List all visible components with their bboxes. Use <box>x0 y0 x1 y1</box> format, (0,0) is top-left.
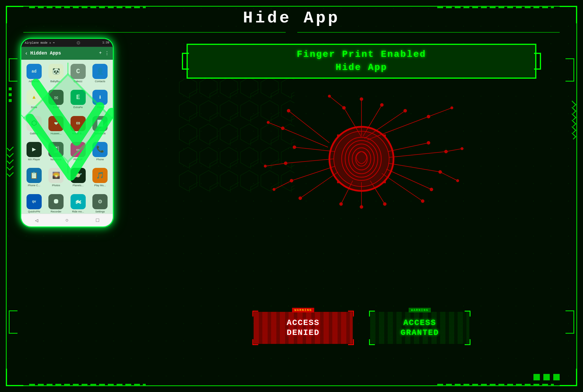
svg-point-43 <box>360 205 363 208</box>
app-label: Email <box>53 106 59 109</box>
svg-point-55 <box>267 121 269 124</box>
right-bracket-bottom <box>566 310 574 334</box>
denied-corner-tr <box>348 311 354 317</box>
home-nav-btn[interactable]: ○ <box>66 217 69 223</box>
svg-line-18 <box>289 111 329 143</box>
app-icon: ⏺ <box>48 194 64 209</box>
denied-corner-br <box>348 339 354 345</box>
recent-nav-btn[interactable]: □ <box>96 217 99 223</box>
phone-status-bar: Airplane mode ✈ ➜ 1:39 <box>21 39 113 47</box>
back-nav-btn[interactable]: ◁ <box>35 217 38 224</box>
app-item[interactable]: 📓 Notebook <box>46 140 67 165</box>
app-item[interactable]: 📞 Phone <box>90 140 111 165</box>
app-icon: 🎵 <box>92 168 108 183</box>
app-label: Kotak B... <box>72 132 84 135</box>
svg-point-49 <box>451 107 453 109</box>
app-label: Ride mo... <box>72 210 84 213</box>
access-denied-container: WARNING ACCESSDENIED <box>254 312 353 344</box>
app-item[interactable]: ✏ PENUP <box>68 140 89 165</box>
app-item[interactable]: ad AdBanao <box>24 62 45 87</box>
app-label: Notebook <box>50 158 62 161</box>
svg-point-45 <box>383 203 386 205</box>
warning-badge-granted: WARNING <box>409 308 431 312</box>
app-item[interactable]: C Cakezz <box>68 62 89 87</box>
app-item[interactable]: ∞ Kotak B... <box>68 114 89 139</box>
svg-point-47 <box>328 95 331 97</box>
app-item[interactable]: 🐼 BabyBu... <box>46 62 67 87</box>
phone-camera <box>77 41 80 45</box>
app-item[interactable]: 🌄 Photos <box>46 166 67 191</box>
app-item[interactable]: E ExtraPe <box>68 88 89 113</box>
granted-corner-tr <box>465 311 470 317</box>
svg-point-39 <box>299 197 302 200</box>
app-icon: ad <box>27 64 42 79</box>
phone-back-button[interactable]: ‹ <box>25 50 28 56</box>
corner-br <box>560 369 577 386</box>
app-icon: ✉ <box>48 90 64 105</box>
dot-3 <box>553 374 560 380</box>
app-icon: ⬇ <box>92 90 108 105</box>
svg-line-32 <box>294 147 335 152</box>
more-icon[interactable]: ⋮ <box>105 50 109 56</box>
access-granted-text: ACCESSGRANTED <box>401 318 439 337</box>
side-chevrons <box>7 146 13 175</box>
fingerprint-label-text: Finger Print Enabled Hide App <box>297 48 426 74</box>
dot-1 <box>533 374 540 380</box>
svg-point-51 <box>461 147 463 150</box>
app-item[interactable]: ▲ Drive <box>24 88 45 113</box>
page-title: Hide App <box>243 9 340 27</box>
app-icon: 👤 <box>92 64 108 79</box>
svg-point-11 <box>360 98 363 101</box>
granted-corner-bl <box>369 339 375 345</box>
app-item[interactable]: 👤 Contacts <box>90 62 111 87</box>
app-item[interactable]: 🎵 Play Mu... <box>90 166 111 191</box>
side-left-dots <box>9 87 12 102</box>
app-icon: 🪐 <box>71 168 86 183</box>
phone-toolbar-title: Hidden Apps <box>30 51 97 56</box>
app-label: Notebook <box>94 132 106 135</box>
bottom-bar-left <box>29 384 146 386</box>
svg-point-33 <box>293 146 296 149</box>
app-item[interactable]: 🪐 Planets... <box>68 166 89 191</box>
fingerprint-graphic <box>259 90 463 213</box>
app-icon: 📞 <box>92 142 108 157</box>
app-item[interactable]: ⬡ Gallery <box>24 114 45 139</box>
svg-point-29 <box>430 188 433 191</box>
svg-line-52 <box>440 172 458 181</box>
app-label: Settings <box>95 210 105 213</box>
top-bar-right <box>437 6 554 8</box>
app-label: BabyBu... <box>50 80 62 83</box>
top-bar-left <box>29 6 146 8</box>
app-item[interactable]: ❤ Huawei... <box>46 114 67 139</box>
app-icon: 📄 <box>92 116 108 131</box>
granted-corner-br <box>465 339 470 345</box>
app-label: Planets... <box>73 184 84 187</box>
app-icon: ▶ <box>27 142 42 157</box>
corner-tr <box>560 6 577 23</box>
add-icon[interactable]: + <box>99 50 102 56</box>
app-item[interactable]: 📋 Phone C... <box>24 166 45 191</box>
fp-line2: Hide App <box>336 62 387 73</box>
svg-line-46 <box>329 96 344 108</box>
app-icon: 🏍 <box>71 194 86 209</box>
svg-point-31 <box>421 200 424 203</box>
app-label: Huawei... <box>50 132 62 135</box>
phone-toolbar-icons: + ⋮ <box>99 50 109 56</box>
svg-line-56 <box>265 163 286 166</box>
svg-point-41 <box>340 203 343 205</box>
app-icon: QV <box>27 194 42 209</box>
dot-2 <box>543 374 550 380</box>
svg-line-26 <box>388 163 440 172</box>
phone-status-right: 1:39 <box>102 41 109 44</box>
app-item[interactable]: 📄 Notebook <box>90 114 111 139</box>
app-item[interactable]: ✉ Email <box>46 88 67 113</box>
app-icon: ⚙ <box>92 194 108 209</box>
phone-status-left: Airplane mode ✈ ➜ <box>25 41 55 45</box>
title-line-left <box>23 32 286 33</box>
app-label: Play Mu... <box>94 184 106 187</box>
bottom-dots <box>533 374 560 380</box>
app-icon: ⬡ <box>27 116 42 131</box>
app-icon: ∞ <box>71 116 86 131</box>
app-item[interactable]: ⬇ Files <box>90 88 111 113</box>
app-item[interactable]: ▶ MX Player <box>24 140 45 165</box>
